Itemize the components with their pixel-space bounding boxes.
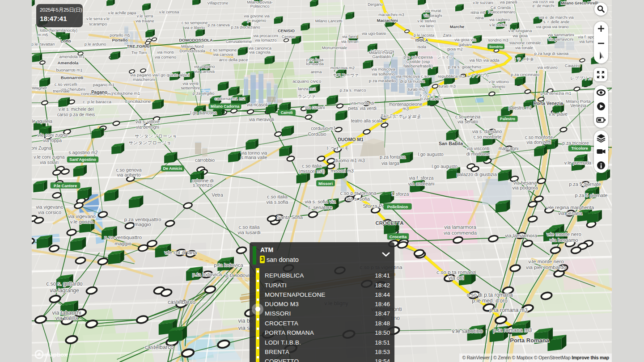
svg-text:p.za luigi di savoia: p.za luigi di savoia	[534, 51, 569, 56]
svg-text:lanza m2: lanza m2	[298, 86, 316, 91]
svg-text:via ricasoli: via ricasoli	[247, 102, 268, 107]
svg-text:v.le sabotino: v.le sabotino	[452, 328, 483, 334]
svg-text:acquario civico: acquario civico	[292, 79, 321, 84]
svg-text:s.lorenzo: s.lorenzo	[193, 182, 212, 188]
svg-text:p.za ventiquattro: p.za ventiquattro	[104, 235, 142, 240]
svg-text:via sammartini: via sammartini	[547, 33, 574, 37]
svg-text:via corsico: via corsico	[38, 210, 61, 215]
svg-text:scarampo: scarampo	[89, 22, 107, 26]
svg-text:Domodossola: Domodossola	[179, 48, 205, 53]
svg-text:ドゥオーモ: ドゥオーモ	[326, 146, 349, 151]
svg-text:c.so di p.ta romana: c.so di p.ta romana	[467, 292, 513, 298]
svg-text:Pratocentenaro: Pratocentenaro	[488, 10, 516, 14]
svg-text:Garibaldi: Garibaldi	[372, 54, 389, 59]
svg-text:Isola: Isola	[417, 45, 426, 49]
svg-text:c.so p.ta romana: c.so p.ta romana	[340, 190, 377, 196]
svg-text:castelbarco: castelbarco	[145, 344, 174, 350]
svg-text:Gerusalemme: Gerusalemme	[226, 39, 252, 44]
svg-text:v.le lunigiana: v.le lunigiana	[508, 29, 532, 33]
svg-text:Politecnico: Politecnico	[250, 4, 270, 8]
svg-text:via f. apo: via f. apo	[578, 35, 594, 39]
svg-text:via senato: via senato	[458, 119, 478, 124]
svg-text:stazione centrale: stazione centrale	[509, 41, 541, 45]
svg-text:sondrio m3: sondrio m3	[488, 38, 508, 42]
svg-text:m3: m3	[402, 106, 409, 111]
svg-text:Milano Cadorna: Milano Cadorna	[211, 104, 240, 109]
svg-text:v.le s. michele del: v.le s. michele del	[59, 107, 94, 112]
svg-text:veneto: veneto	[492, 84, 505, 89]
svg-text:v.le stelvio: v.le stelvio	[417, 19, 436, 23]
svg-text:v.le col di lana: v.le col di lana	[165, 249, 197, 255]
svg-text:mapbox: mapbox	[44, 351, 68, 358]
svg-text:San Babila: San Babila	[439, 141, 463, 146]
svg-text:Maciachini: Maciachini	[377, 18, 398, 23]
svg-text:via pier lombardo: via pier lombardo	[526, 264, 567, 270]
svg-text:via moscova c.so: via moscova c.so	[396, 74, 429, 79]
svg-text:maggio: maggio	[114, 241, 131, 246]
svg-text:c. p.le baracca: c. p.le baracca	[83, 99, 112, 104]
svg-text:portello m5: portello m5	[110, 33, 130, 38]
svg-text:p.le med. d'oro: p.le med. d'oro	[472, 298, 508, 304]
svg-text:v.le piave: v.le piave	[549, 112, 568, 117]
svg-text:p.za s. marco: p.za s. marco	[340, 88, 366, 93]
svg-text:Monumentale: Monumentale	[322, 46, 347, 50]
svg-text:cadorna m1 m2: cadorna m1 m2	[215, 96, 246, 101]
svg-text:via s. sofia via: via s. sofia via	[305, 199, 336, 204]
svg-text:s. r. delle ande: s. r. delle ande	[543, 20, 570, 24]
svg-text:Porta Venezia: Porta Venezia	[534, 101, 563, 106]
svg-text:c.so venezia: c.so venezia	[455, 114, 480, 119]
svg-text:c.so vercelli: c.so vercelli	[55, 82, 77, 87]
svg-text:p.za caneva: p.za caneva	[208, 23, 230, 27]
svg-text:via pagano: via pagano	[194, 64, 215, 69]
svg-text:(missori m3): (missori m3)	[299, 168, 325, 174]
svg-text:v.le coni zugna: v.le coni zugna	[34, 154, 64, 160]
svg-text:Pagano: Pagano	[91, 90, 107, 95]
svg-text:Conciliazione: Conciliazione	[125, 99, 151, 104]
svg-text:via traiane: via traiane	[136, 19, 154, 23]
svg-text:Dergano: Dergano	[368, 2, 383, 7]
svg-text:via de togni: via de togni	[136, 125, 159, 130]
svg-text:gioia m2: gioia m2	[447, 47, 462, 51]
svg-text:via lamarmora: via lamarmora	[444, 224, 476, 230]
svg-text:carrobbio: carrobbio	[195, 157, 215, 163]
svg-text:galvani: galvani	[458, 42, 471, 47]
svg-text:レプブリカ: レプブリカ	[570, 76, 593, 80]
svg-text:via meravigli: via meravigli	[249, 117, 274, 122]
svg-text:Cordusio: Cordusio	[308, 132, 326, 137]
svg-text:via monte di: via monte di	[350, 101, 374, 105]
svg-text:via larga: via larga	[381, 160, 399, 166]
svg-text:via lusardi: via lusardi	[237, 230, 260, 235]
svg-text:p.ta romana m3: p.ta romana m3	[493, 327, 532, 333]
svg-text:p.za mirabello: p.za mirabello	[369, 78, 396, 83]
svg-text:Palestro: Palestro	[500, 117, 515, 121]
svg-text:Sondrio: Sondrio	[489, 45, 503, 49]
svg-text:Policlinico: Policlinico	[387, 205, 408, 209]
svg-text:p.ta venezia m1: p.ta venezia m1	[540, 91, 571, 96]
svg-text:via foppa: via foppa	[43, 138, 62, 143]
svg-text:Caiazzo: Caiazzo	[565, 63, 580, 68]
svg-text:v.le gorizia: v.le gorizia	[70, 219, 94, 224]
svg-text:via commenda: via commenda	[444, 230, 477, 236]
svg-text:via s. vittore: via s. vittore	[136, 119, 160, 124]
svg-text:s. senatore: s. senatore	[308, 205, 333, 210]
svg-text:m.m5: m.m5	[38, 33, 48, 37]
svg-text:Santa Sofia: Santa Sofia	[277, 215, 303, 220]
svg-text:c.so monforte: c.so monforte	[525, 135, 553, 140]
svg-text:via moscova: via moscova	[371, 67, 395, 72]
svg-text:via ugo-bassi: via ugo-bassi	[362, 31, 386, 36]
svg-text:lombarda: lombarda	[306, 61, 324, 66]
svg-text:via besana: via besana	[558, 210, 583, 216]
svg-text:トゥラティ: トゥラティ	[419, 93, 441, 98]
svg-text:arco della pace: arco della pace	[219, 57, 248, 62]
svg-text:via e. de marchi via: via e. de marchi via	[539, 15, 574, 20]
svg-text:p.za virgilio: p.za virgilio	[192, 91, 215, 96]
svg-text:amendola m1: amendola m1	[59, 54, 85, 59]
svg-text:via lario: via lario	[419, 24, 433, 28]
svg-text:p.le arduino: p.le arduino	[85, 42, 106, 46]
svg-text:Cairoli: Cairoli	[281, 110, 293, 115]
svg-text:v.le achille papa: v.le achille papa	[108, 11, 136, 15]
svg-text:Buonarroti: Buonarroti	[61, 75, 84, 80]
svg-text:TRE TORRI: TRE TORRI	[127, 44, 149, 49]
svg-text:palestro m1: palestro m1	[508, 105, 532, 110]
svg-text:レオーネ: レオーネ	[402, 115, 421, 120]
